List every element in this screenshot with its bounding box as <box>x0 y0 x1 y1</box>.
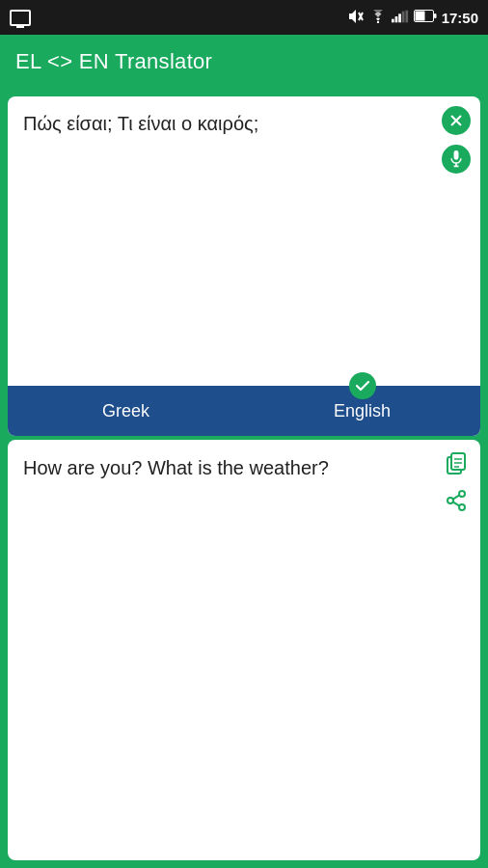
mic-button[interactable] <box>442 145 471 174</box>
active-check-badge <box>349 372 376 399</box>
svg-rect-6 <box>401 11 404 22</box>
app-title: EL <> EN Translator <box>15 49 212 74</box>
main-content: Πώς είσαι; Τι είναι ο καιρός; Greek <box>0 89 488 868</box>
copy-button[interactable] <box>442 449 471 478</box>
input-card: Πώς είσαι; Τι είναι ο καιρός; Greek <box>8 96 480 436</box>
output-card: How are you? What is the weather? <box>8 440 480 860</box>
svg-line-22 <box>453 495 460 499</box>
mute-icon <box>347 9 365 27</box>
status-time: 17:50 <box>442 10 478 26</box>
screen-icon <box>10 10 31 26</box>
svg-rect-7 <box>405 10 408 22</box>
signal-icon <box>392 10 409 26</box>
battery-icon <box>414 10 437 25</box>
status-bar: 17:50 <box>0 0 488 35</box>
svg-rect-10 <box>434 14 437 18</box>
share-button[interactable] <box>442 486 471 515</box>
svg-line-23 <box>453 502 460 505</box>
status-bar-right: 17:50 <box>347 9 478 27</box>
language-bar: Greek English <box>8 386 480 436</box>
svg-rect-5 <box>398 14 401 22</box>
svg-rect-3 <box>392 18 394 22</box>
output-area: How are you? What is the weather? <box>8 440 480 710</box>
wifi-icon <box>369 10 387 26</box>
svg-rect-9 <box>415 12 424 21</box>
source-language-button[interactable]: Greek <box>8 386 244 436</box>
input-text[interactable]: Πώς είσαι; Τι είναι ο καιρός; <box>23 110 432 137</box>
app-header: EL <> EN Translator <box>0 35 488 89</box>
output-text: How are you? What is the weather? <box>23 453 432 482</box>
svg-rect-4 <box>394 16 397 22</box>
svg-rect-11 <box>454 150 459 160</box>
input-area: Πώς είσαι; Τι είναι ο καιρός; <box>8 96 480 386</box>
target-language-button[interactable]: English <box>244 386 480 436</box>
svg-point-2 <box>376 20 378 22</box>
status-bar-left <box>10 10 31 26</box>
clear-button[interactable] <box>442 106 471 135</box>
